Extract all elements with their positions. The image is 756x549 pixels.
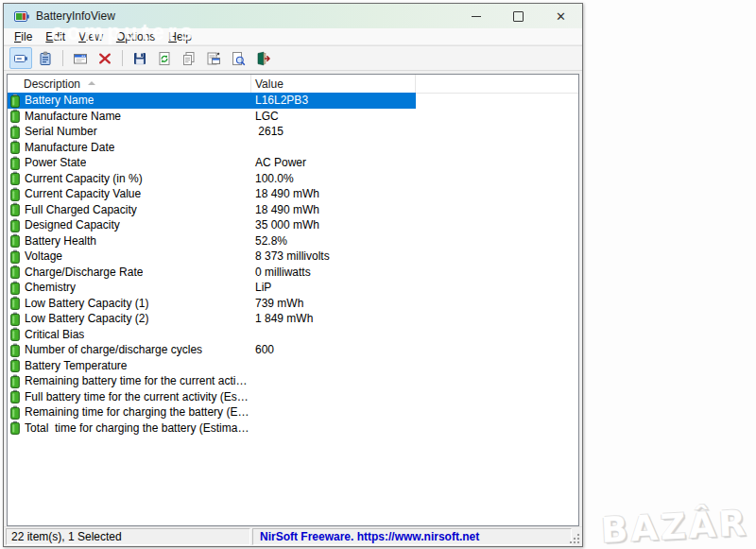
row-description: Designed Capacity — [25, 218, 120, 232]
battery-icon — [10, 312, 20, 326]
table-row[interactable]: Low Battery Capacity (2) 1 849 mWh — [8, 311, 416, 327]
table-row[interactable]: Critical Bias — [8, 327, 416, 343]
battery-icon — [10, 233, 20, 248]
row-value: 18 490 mWh — [251, 187, 416, 200]
row-description: Battery Health — [25, 234, 96, 248]
table-row[interactable]: Serial Number 2615 — [8, 124, 416, 140]
table-row[interactable]: Low Battery Capacity (1) 739 mWh — [8, 296, 416, 312]
delete-button[interactable] — [94, 47, 116, 69]
battery-info-list: Description Value Battery Name L16L2PB3 — [7, 74, 579, 526]
row-value: 35 000 mWh — [251, 218, 416, 232]
table-row[interactable]: Power State AC Power — [8, 155, 416, 171]
properties-window-button[interactable] — [69, 47, 92, 69]
status-item-count-text: 22 item(s), 1 Selected — [11, 530, 122, 543]
copy-button[interactable] — [178, 47, 200, 69]
battery-icon — [10, 420, 20, 435]
title-bar[interactable]: BatteryInfoView ✕ — [4, 4, 582, 28]
battery-icon — [10, 358, 20, 372]
nirsoft-link[interactable]: NirSoft Freeware. https://www.nirsoft.ne… — [260, 530, 479, 543]
table-row[interactable]: Remaining time for charging the battery … — [8, 404, 416, 420]
row-description: Battery Name — [25, 94, 94, 107]
menu-edit[interactable]: Edit — [39, 29, 72, 44]
battery-icon — [10, 171, 20, 185]
table-row[interactable]: Current Capacity (in %) 100.0% — [8, 171, 416, 187]
row-description: Power State — [25, 156, 86, 169]
row-value: 600 — [251, 343, 416, 356]
list-rows: Battery Name L16L2PB3 Manufacture Name L… — [8, 93, 578, 525]
resize-grip-icon[interactable] — [569, 533, 580, 544]
row-description: Voltage — [25, 249, 62, 263]
table-row[interactable]: Battery Temperature — [8, 358, 416, 374]
row-value: 2615 — [251, 125, 416, 138]
row-description: Number of charge/discharge cycles — [25, 343, 202, 356]
battery-icon — [10, 389, 20, 403]
battery-information-view-button[interactable] — [9, 47, 32, 69]
refresh-icon — [157, 51, 172, 66]
battery-log-view-button[interactable] — [34, 47, 57, 69]
row-description: Manufacture Name — [25, 110, 121, 123]
battery-icon — [10, 281, 20, 295]
table-row[interactable]: Designed Capacity 35 000 mWh — [8, 217, 416, 233]
window-icon — [73, 51, 88, 66]
row-description: Remaining battery time for the current a… — [25, 374, 251, 387]
row-description: Current Capacity Value — [25, 187, 141, 200]
battery-icon — [10, 296, 20, 310]
row-description: Full Charged Capacity — [25, 203, 137, 216]
table-row[interactable]: Voltage 8 373 millivolts — [8, 249, 416, 265]
row-description: Current Capacity (in %) — [25, 172, 143, 185]
maximize-icon — [513, 11, 524, 22]
status-bar: 22 item(s), 1 Selected NirSoft Freeware.… — [4, 526, 582, 546]
properties-button[interactable] — [202, 47, 225, 69]
red-x-icon — [97, 51, 112, 66]
menu-help[interactable]: Help — [162, 29, 198, 44]
table-row[interactable]: Manufacture Name LGC — [8, 109, 416, 125]
column-header-value[interactable]: Value — [251, 75, 416, 93]
find-button[interactable] — [227, 47, 249, 69]
battery-icon — [10, 202, 20, 216]
exit-button[interactable] — [251, 47, 274, 69]
status-item-count: 22 item(s), 1 Selected — [6, 528, 250, 545]
table-row[interactable]: Full battery time for the current activi… — [8, 389, 416, 405]
search-icon — [231, 51, 246, 66]
battery-icon — [10, 343, 20, 357]
table-row[interactable]: Number of charge/discharge cycles 600 — [8, 342, 416, 358]
clipboard-icon — [38, 51, 53, 66]
battery-icon — [10, 94, 20, 108]
close-button[interactable]: ✕ — [540, 4, 582, 28]
refresh-button[interactable] — [153, 47, 176, 69]
maximize-button[interactable] — [497, 4, 540, 28]
row-value: LGC — [251, 110, 416, 123]
row-description: Remaining time for charging the battery … — [25, 405, 251, 419]
window-title: BatteryInfoView — [36, 9, 115, 23]
table-row[interactable]: Chemistry LiP — [8, 280, 416, 296]
exit-door-icon — [255, 51, 270, 66]
save-button[interactable] — [129, 47, 151, 69]
row-value: 8 373 millivolts — [251, 249, 416, 263]
table-row[interactable]: Remaining battery time for the current a… — [8, 373, 416, 389]
table-row[interactable]: Charge/Discharge Rate 0 milliwatts — [8, 265, 416, 281]
row-description: Full battery time for the current activi… — [25, 390, 251, 403]
battery-icon — [10, 156, 20, 170]
bazar-watermark: BAZÂR — [600, 503, 749, 549]
menu-options[interactable]: Options — [110, 29, 162, 44]
table-row[interactable]: Current Capacity Value 18 490 mWh — [8, 186, 416, 202]
toolbar-separator — [122, 50, 123, 66]
battery-horizontal-icon — [13, 51, 28, 66]
app-battery-icon — [14, 10, 29, 23]
menu-file[interactable]: File — [8, 29, 39, 44]
row-description: Low Battery Capacity (2) — [25, 312, 148, 325]
table-row[interactable]: Manufacture Date — [8, 140, 416, 156]
minimize-button[interactable] — [455, 4, 497, 28]
column-header-description[interactable]: Description — [8, 75, 251, 93]
table-row[interactable]: Full Charged Capacity 18 490 mWh — [8, 202, 416, 218]
table-row[interactable]: Total time for charging the battery (Est… — [8, 420, 416, 437]
table-row[interactable]: Battery Name L16L2PB3 — [8, 93, 416, 109]
row-description: Battery Temperature — [25, 359, 128, 372]
menu-view[interactable]: View — [72, 29, 110, 44]
battery-icon — [10, 249, 20, 264]
row-description: Serial Number — [25, 125, 97, 138]
row-value: 52.8% — [251, 234, 416, 248]
row-value: AC Power — [251, 156, 416, 169]
table-row[interactable]: Battery Health 52.8% — [8, 233, 416, 249]
battery-icon — [10, 109, 20, 123]
